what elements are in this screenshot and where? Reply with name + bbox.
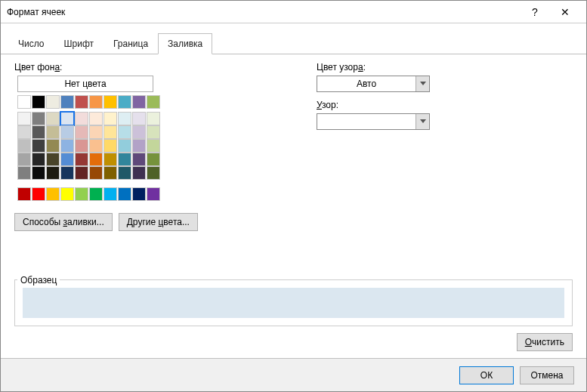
titlebar: Формат ячеек ? ✕ [1,1,586,23]
color-swatch[interactable] [60,139,74,153]
color-swatch[interactable] [32,125,45,139]
color-swatch[interactable] [17,139,31,153]
color-swatch[interactable] [118,139,131,153]
color-swatch[interactable] [46,153,60,166]
color-swatch[interactable] [118,112,131,125]
color-swatch[interactable] [32,187,45,201]
color-swatch[interactable] [89,95,103,109]
color-swatch[interactable] [32,112,45,125]
tab-content-fill: Цвет фона: Нет цвета Способы заливки... … [1,54,586,231]
standard-color-row [17,187,256,201]
color-swatch[interactable] [32,95,45,109]
color-swatch[interactable] [46,112,60,125]
pattern-style-label: Узор: [317,100,573,110]
cancel-button[interactable]: Отмена [520,366,574,384]
color-swatch[interactable] [46,166,60,180]
sample-box [14,279,573,326]
color-swatch[interactable] [32,153,45,166]
color-swatch[interactable] [75,187,88,201]
color-swatch[interactable] [132,139,146,153]
color-swatch[interactable] [132,125,146,139]
tab-strip: ЧислоШрифтГраницаЗаливка [1,26,586,54]
color-swatch[interactable] [75,153,88,166]
color-swatch[interactable] [118,95,131,109]
color-swatch[interactable] [132,187,146,201]
color-swatch[interactable] [103,95,117,109]
color-swatch[interactable] [89,187,103,201]
color-swatch[interactable] [89,112,103,125]
color-swatch[interactable] [46,95,60,109]
color-swatch[interactable] [147,139,160,153]
color-swatch[interactable] [75,112,88,125]
dialog-title: Формат ячеек [7,7,520,17]
pattern-section: Цвет узора: Авто Узор: [317,62,573,231]
color-swatch[interactable] [147,125,160,139]
color-swatch[interactable] [17,166,31,180]
color-swatch[interactable] [17,112,31,125]
color-swatch[interactable] [118,187,131,201]
color-swatch[interactable] [75,125,88,139]
color-swatch[interactable] [89,139,103,153]
color-swatch[interactable] [132,153,146,166]
color-swatch[interactable] [60,153,74,166]
color-swatch[interactable] [132,95,146,109]
color-swatch[interactable] [118,166,131,180]
color-swatch[interactable] [75,139,88,153]
color-swatch[interactable] [17,187,31,201]
tab-число[interactable]: Число [8,33,54,54]
clear-button[interactable]: Очистить [517,333,573,351]
color-swatch[interactable] [103,166,117,180]
color-swatch[interactable] [147,153,160,166]
background-color-label: Цвет фона: [14,62,256,73]
color-swatch[interactable] [75,95,88,109]
color-swatch[interactable] [118,153,131,166]
color-swatch[interactable] [89,125,103,139]
color-swatch[interactable] [147,166,160,180]
tab-шрифт[interactable]: Шрифт [54,33,103,54]
color-swatch[interactable] [103,125,117,139]
color-swatch[interactable] [132,166,146,180]
color-swatch[interactable] [32,139,45,153]
pattern-color-combo[interactable]: Авто [317,76,430,92]
chevron-down-icon [416,76,429,91]
color-swatch[interactable] [75,166,88,180]
color-swatch[interactable] [103,112,117,125]
pattern-style-combo[interactable] [317,113,430,130]
color-swatch[interactable] [17,153,31,166]
color-swatch[interactable] [60,95,74,109]
help-button[interactable]: ? [520,2,550,23]
color-swatch[interactable] [46,139,60,153]
no-color-button[interactable]: Нет цвета [17,76,153,92]
tab-граница[interactable]: Граница [103,33,158,54]
more-colors-button[interactable]: Другие цвета... [119,213,198,231]
sample-group: Образец [14,269,573,326]
dialog-footer: ОК Отмена [1,358,586,391]
color-swatch[interactable] [17,125,31,139]
sample-swatch [23,288,564,318]
color-swatch[interactable] [60,125,74,139]
pattern-color-label: Цвет узора: [317,62,573,73]
close-button[interactable]: ✕ [550,2,580,23]
color-swatch[interactable] [46,187,60,201]
color-swatch[interactable] [46,125,60,139]
color-swatch[interactable] [60,166,74,180]
fill-effects-button[interactable]: Способы заливки... [14,213,113,231]
color-swatch[interactable] [60,187,74,201]
ok-button[interactable]: ОК [459,366,514,384]
tab-заливка[interactable]: Заливка [158,33,212,54]
color-swatch[interactable] [103,187,117,201]
chevron-down-icon [416,114,429,129]
pattern-color-value: Авто [317,79,416,89]
color-swatch[interactable] [147,95,160,109]
color-swatch[interactable] [17,95,31,109]
color-swatch[interactable] [89,166,103,180]
color-swatch[interactable] [103,153,117,166]
color-swatch[interactable] [147,187,160,201]
color-swatch[interactable] [32,166,45,180]
color-swatch[interactable] [147,112,160,125]
color-swatch[interactable] [118,125,131,139]
color-swatch[interactable] [89,153,103,166]
color-swatch[interactable] [60,112,74,125]
color-swatch[interactable] [132,112,146,125]
color-swatch[interactable] [103,139,117,153]
